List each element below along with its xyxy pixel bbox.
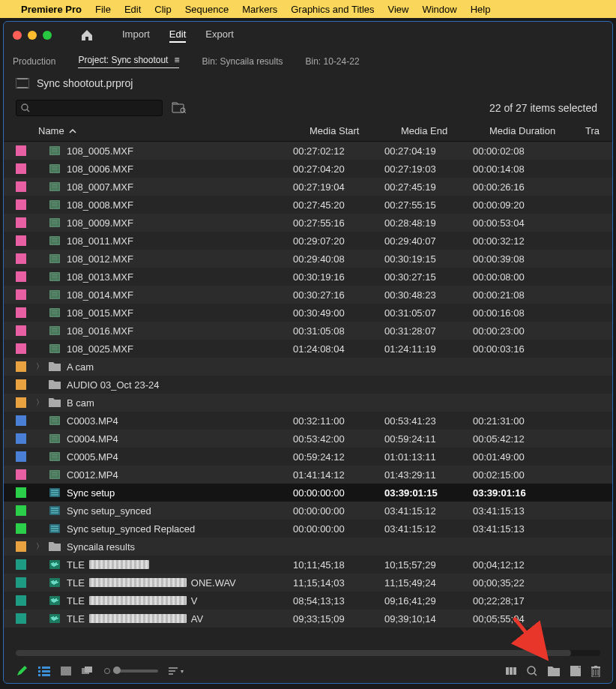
label-swatch[interactable]	[16, 307, 26, 318]
item-name[interactable]: 108_0014.MXF	[62, 289, 293, 301]
app-name[interactable]: Premiere Pro	[21, 4, 82, 15]
search-input[interactable]	[16, 100, 163, 116]
clip-row[interactable]: TLE ONE.WAV11;15;14;0311;15;49;2400;00;3…	[4, 574, 612, 592]
item-name[interactable]: C0003.MP4	[62, 415, 293, 427]
item-name[interactable]: TLE AV	[62, 613, 293, 625]
label-swatch[interactable]	[16, 415, 26, 426]
clear-button[interactable]	[591, 666, 600, 677]
sequence-row[interactable]: Sync setup_synced Replaced00:00:00:0003:…	[4, 520, 612, 538]
sequence-row[interactable]: Sync setup_synced00:00:00:0003:41:15:120…	[4, 502, 612, 520]
expand-toggle[interactable]: 〉	[32, 397, 47, 408]
clip-row[interactable]: TLE AV09;33;15;0909;39;10;1400;05;55;04	[4, 610, 612, 628]
label-swatch[interactable]	[16, 433, 26, 444]
item-name[interactable]: Sync setup_synced Replaced	[62, 523, 293, 535]
label-swatch[interactable]	[16, 451, 26, 462]
label-swatch[interactable]	[16, 523, 26, 534]
label-swatch[interactable]	[16, 361, 26, 372]
new-search-bin-button[interactable]	[170, 100, 188, 115]
label-swatch[interactable]	[16, 613, 26, 624]
clip-row[interactable]: 108_0005.MXF00:27:02:1200:27:04:1900:00:…	[4, 142, 612, 160]
menu-view[interactable]: View	[388, 4, 409, 15]
item-name[interactable]: B cam	[62, 397, 293, 409]
label-swatch[interactable]	[16, 343, 26, 354]
clip-row[interactable]: C0005.MP400:59:24:1201:01:13:1100:01:49:…	[4, 448, 612, 466]
find-button[interactable]	[527, 666, 537, 676]
clip-row[interactable]: 108_0006.MXF00:27:04:2000:27:19:0300:00:…	[4, 160, 612, 178]
zoom-slider[interactable]	[104, 668, 158, 674]
fullscreen-window-button[interactable]	[43, 31, 52, 40]
clip-row[interactable]: 108_0012.MXF00:29:40:0800:30:19:1500:00:…	[4, 250, 612, 268]
clip-row[interactable]: 108_0013.MXF00:30:19:1600:30:27:1500:00:…	[4, 268, 612, 286]
label-swatch[interactable]	[16, 559, 26, 570]
item-name[interactable]: 108_0013.MXF	[62, 271, 293, 283]
nav-edit[interactable]: Edit	[169, 28, 186, 43]
menu-markers[interactable]: Markers	[242, 4, 277, 15]
item-name[interactable]: TLE ONE.WAV	[62, 577, 293, 589]
clip-row[interactable]: C0003.MP400:32:11:0000:53:41:2300:21:31:…	[4, 412, 612, 430]
tab-bin-syncaila[interactable]: Bin: Syncaila results	[202, 56, 283, 67]
minimize-window-button[interactable]	[28, 31, 37, 40]
bin-row[interactable]: 〉Syncaila results	[4, 538, 612, 556]
col-start-header[interactable]: Media Start	[309, 125, 401, 136]
clip-row[interactable]: C0004.MP400:53:42:0000:59:24:1100:05:42:…	[4, 430, 612, 448]
freeform-view-button[interactable]	[82, 667, 94, 676]
item-name[interactable]: C0012.MP4	[62, 469, 293, 481]
item-name[interactable]: 108_0025.MXF	[62, 343, 293, 355]
close-window-button[interactable]	[13, 31, 22, 40]
clip-row[interactable]: 108_0009.MXF00:27:55:1600:28:48:1900:00:…	[4, 214, 612, 232]
label-swatch[interactable]	[16, 181, 26, 192]
col-tra-header[interactable]: Tra	[585, 125, 608, 136]
label-swatch[interactable]	[16, 235, 26, 246]
label-swatch[interactable]	[16, 199, 26, 210]
horizontal-scrollbar[interactable]	[4, 649, 612, 659]
label-swatch[interactable]	[16, 217, 26, 228]
menu-graphics[interactable]: Graphics and Titles	[291, 4, 374, 15]
label-swatch[interactable]	[16, 469, 26, 480]
item-name[interactable]: 108_0016.MXF	[62, 325, 293, 337]
list-view-button[interactable]	[38, 666, 50, 676]
bin-row[interactable]: AUDIO 03_Oct 23-24	[4, 376, 612, 394]
bin-row[interactable]: 〉A cam	[4, 358, 612, 376]
clip-row[interactable]: 108_0015.MXF00:30:49:0000:31:05:0700:00:…	[4, 304, 612, 322]
label-swatch[interactable]	[16, 145, 26, 156]
sequence-row[interactable]: Sync setup00:00:00:0003:39:01:1503:39:01…	[4, 484, 612, 502]
clip-row[interactable]: 108_0025.MXF01:24:08:0401:24:11:1900:00:…	[4, 340, 612, 358]
tab-project[interactable]: Project: Sync shootout≡	[78, 55, 179, 68]
item-name[interactable]: C0005.MP4	[62, 451, 293, 463]
item-name[interactable]: C0004.MP4	[62, 433, 293, 445]
clip-row[interactable]: 108_0014.MXF00:30:27:1600:30:48:2300:00:…	[4, 286, 612, 304]
clip-row[interactable]: 108_0011.MXF00:29:07:2000:29:40:0700:00:…	[4, 232, 612, 250]
label-swatch[interactable]	[16, 541, 26, 552]
menu-sequence[interactable]: Sequence	[185, 4, 229, 15]
item-name[interactable]: 108_0005.MXF	[62, 145, 293, 157]
col-end-header[interactable]: Media End	[401, 125, 489, 136]
item-name[interactable]: AUDIO 03_Oct 23-24	[62, 379, 293, 391]
label-swatch[interactable]	[16, 397, 26, 408]
label-swatch[interactable]	[16, 163, 26, 174]
item-name[interactable]: 108_0012.MXF	[62, 253, 293, 265]
col-dur-header[interactable]: Media Duration	[489, 125, 585, 136]
label-swatch[interactable]	[16, 577, 26, 588]
expand-toggle[interactable]: 〉	[32, 541, 47, 552]
label-swatch[interactable]	[16, 289, 26, 300]
item-name[interactable]: 108_0006.MXF	[62, 163, 293, 175]
tab-bin-date[interactable]: Bin: 10-24-22	[306, 56, 360, 67]
icon-view-button[interactable]	[61, 667, 71, 676]
menu-file[interactable]: File	[95, 4, 111, 15]
panel-menu-icon[interactable]: ≡	[174, 55, 179, 65]
label-swatch[interactable]	[16, 253, 26, 264]
label-swatch[interactable]	[16, 487, 26, 498]
label-swatch[interactable]	[16, 325, 26, 336]
item-name[interactable]: A cam	[62, 361, 293, 373]
item-name[interactable]: TLE V	[62, 595, 293, 607]
item-name[interactable]: Sync setup	[62, 487, 293, 499]
menu-help[interactable]: Help	[471, 4, 491, 15]
new-bin-button[interactable]	[548, 667, 560, 676]
nav-export[interactable]: Export	[205, 28, 234, 43]
expand-toggle[interactable]: 〉	[32, 361, 47, 372]
label-swatch[interactable]	[16, 271, 26, 282]
menu-clip[interactable]: Clip	[154, 4, 171, 15]
item-name[interactable]: 108_0007.MXF	[62, 181, 293, 193]
bin-row[interactable]: 〉B cam	[4, 394, 612, 412]
home-icon[interactable]	[80, 29, 94, 41]
